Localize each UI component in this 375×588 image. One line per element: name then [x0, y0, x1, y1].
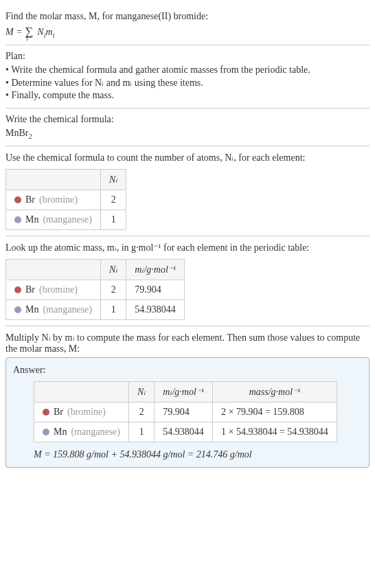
find-molar-mass-text: Find the molar mass, M, for manganese(II…: [5, 11, 370, 22]
element-dot-icon: [43, 409, 49, 416]
element-cell: Mn (manganese): [6, 299, 101, 319]
element-dot-icon: [14, 216, 21, 223]
table-row: Mn (manganese) 1 54.938044 1 × 54.938044…: [34, 422, 337, 442]
mi-value: 54.938044: [126, 299, 185, 319]
mi-value: 54.938044: [155, 422, 213, 442]
table-header-row: Nᵢ mᵢ/g·mol⁻¹ mass/g·mol⁻¹: [34, 381, 337, 402]
count-atoms-section: Use the chemical formula to count the nu…: [5, 146, 370, 236]
ni-value: 2: [100, 280, 126, 299]
element-cell: Br (bromine): [6, 280, 101, 299]
table-row: Br (bromine) 2 79.904 2 × 79.904 = 159.8…: [34, 402, 337, 422]
intro-section: Find the molar mass, M, for manganese(II…: [5, 5, 370, 45]
compute-section: Multiply Nᵢ by mᵢ to compute the mass fo…: [5, 326, 370, 473]
chemical-formula: MnBr2: [5, 128, 370, 140]
element-symbol: Mn: [25, 304, 38, 315]
element-cell: Mn (manganese): [6, 210, 101, 229]
element-dot-icon: [14, 286, 21, 293]
mi-header: mᵢ/g·mol⁻¹: [126, 259, 185, 280]
element-symbol: Mn: [25, 214, 38, 225]
element-symbol: Br: [54, 407, 63, 418]
mi-value: 79.904: [126, 280, 185, 299]
atomic-mass-section: Look up the atomic mass, mᵢ, in g·mol⁻¹ …: [5, 236, 370, 326]
element-cell: Br (bromine): [34, 402, 129, 422]
empty-header: [6, 169, 101, 190]
atomic-mass-heading: Look up the atomic mass, mᵢ, in g·mol⁻¹ …: [5, 242, 370, 253]
ni-header: Nᵢ: [100, 259, 126, 280]
chemical-formula-section: Write the chemical formula: MnBr2: [5, 109, 370, 146]
mass-header: mass/g·mol⁻¹: [213, 381, 337, 402]
plan-heading: Plan:: [5, 51, 370, 62]
element-dot-icon: [14, 306, 21, 313]
element-symbol: Br: [25, 194, 35, 205]
ni-header: Nᵢ: [128, 381, 154, 402]
table-row: Br (bromine) 2: [6, 190, 126, 210]
mi-header: mᵢ/g·mol⁻¹: [155, 381, 213, 402]
table-row: Mn (manganese) 1: [6, 210, 126, 229]
table-header-row: Nᵢ: [6, 169, 126, 190]
element-name: (manganese): [43, 304, 92, 315]
atomic-mass-table: Nᵢ mᵢ/g·mol⁻¹ Br (bromine) 2 79.904 Mn (…: [5, 259, 185, 320]
ni-value: 1: [128, 422, 154, 442]
table-row: Br (bromine) 2 79.904: [6, 280, 185, 299]
count-atoms-table: Nᵢ Br (bromine) 2 Mn (manganese) 1: [5, 169, 126, 230]
ni-value: 2: [100, 190, 126, 210]
ni-value: 1: [100, 299, 126, 319]
molar-mass-sum: M = 159.808 g/mol + 54.938044 g/mol = 21…: [34, 449, 362, 460]
mass-value: 2 × 79.904 = 159.808: [213, 402, 337, 422]
plan-list: • Write the chemical formula and gather …: [5, 65, 370, 101]
plan-item: • Write the chemical formula and gather …: [5, 65, 370, 76]
ni-header: Nᵢ: [100, 169, 126, 190]
plan-item: • Finally, compute the mass.: [5, 90, 370, 101]
ni-value: 1: [100, 210, 126, 229]
plan-item: • Determine values for Nᵢ and mᵢ using t…: [5, 77, 370, 89]
element-symbol: Mn: [54, 427, 67, 438]
table-row: Mn (manganese) 1 54.938044: [6, 299, 185, 319]
element-name: (bromine): [67, 407, 106, 418]
mass-value: 1 × 54.938044 = 54.938044: [213, 422, 337, 442]
element-dot-icon: [14, 196, 21, 203]
answer-box: Answer: Nᵢ mᵢ/g·mol⁻¹ mass/g·mol⁻¹ Br (b…: [5, 357, 370, 468]
table-header-row: Nᵢ mᵢ/g·mol⁻¹: [6, 259, 185, 280]
element-name: (manganese): [71, 427, 120, 438]
molar-mass-formula: M = ∑i Nimi: [5, 25, 370, 39]
element-cell: Mn (manganese): [34, 422, 129, 442]
answer-label: Answer:: [13, 365, 362, 376]
element-cell: Br (bromine): [6, 190, 101, 210]
write-formula-heading: Write the chemical formula:: [5, 114, 370, 125]
element-name: (bromine): [39, 194, 78, 205]
element-symbol: Br: [25, 284, 35, 295]
element-dot-icon: [43, 429, 49, 436]
mi-value: 79.904: [155, 402, 213, 422]
plan-section: Plan: • Write the chemical formula and g…: [5, 45, 370, 109]
element-name: (manganese): [43, 214, 92, 225]
empty-header: [6, 259, 101, 280]
ni-value: 2: [128, 402, 154, 422]
empty-header: [34, 381, 129, 402]
count-atoms-heading: Use the chemical formula to count the nu…: [5, 152, 370, 163]
compute-heading: Multiply Nᵢ by mᵢ to compute the mass fo…: [5, 332, 370, 354]
answer-table: Nᵢ mᵢ/g·mol⁻¹ mass/g·mol⁻¹ Br (bromine) …: [34, 381, 337, 442]
element-name: (bromine): [39, 284, 78, 295]
